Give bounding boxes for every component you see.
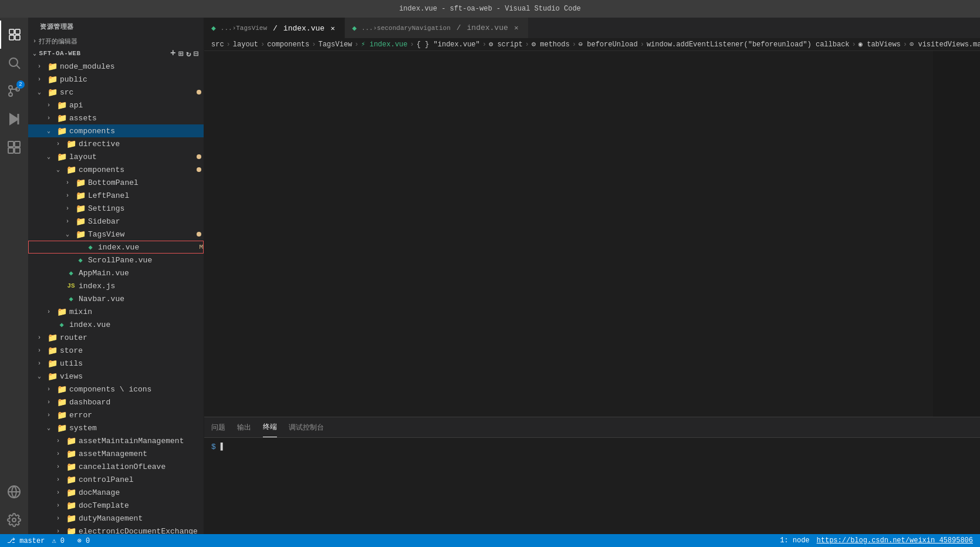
tree-item-node_modules[interactable]: ›📁node_modules (28, 60, 204, 73)
bottom-tab-output[interactable]: 输出 (237, 417, 251, 437)
tab-close-2[interactable]: ✕ (512, 23, 521, 33)
tree-item-error[interactable]: ›📁error (28, 408, 204, 421)
bottom-tab-problems[interactable]: 问题 (211, 417, 225, 437)
tree-item-Sidebar[interactable]: ›📁Sidebar (28, 215, 204, 228)
tree-item-system[interactable]: ⌄📁system (28, 421, 204, 434)
git-branch[interactable]: ⎇ master (7, 536, 45, 545)
tree-item-assets[interactable]: ›📁assets (28, 112, 204, 124)
tree-item-public[interactable]: ›📁public (28, 73, 204, 86)
tree-item-docManage[interactable]: ›📁docManage (28, 486, 204, 499)
tree-item-electronicDocumentExchange[interactable]: ›📁electronicDocumentExchange (28, 525, 204, 534)
bc-visitedviews[interactable]: ⊙ visitedViews.map() callback (910, 40, 980, 49)
project-section-header[interactable]: ⌄ SFT-OA-WEB + ⊞ ↻ ⊟ (28, 47, 204, 60)
tree-item-label: assetManagement (79, 450, 204, 458)
tree-item-label: error (69, 411, 204, 420)
bc-layout[interactable]: layout (233, 40, 258, 49)
tree-item-directive[interactable]: ›📁directive (28, 137, 204, 150)
bc-beforeunload[interactable]: ⊖ beforeUnload (579, 40, 638, 49)
tree-item-label: Sidebar (88, 217, 204, 226)
settings-activity-icon[interactable] (0, 506, 28, 534)
tree-item-mixin[interactable]: ›📁mixin (28, 305, 204, 318)
bc-components[interactable]: components (267, 40, 309, 49)
status-bar: ⎇ master ⚠ 0 ⊗ 0 1: node https://blog.cs… (0, 534, 980, 547)
tree-item-assetManagement[interactable]: ›📁assetManagement (28, 447, 204, 460)
bc-indexvue2[interactable]: { } "index.vue" (417, 40, 480, 49)
tree-item-api[interactable]: ›📁api (28, 99, 204, 112)
tree-item-utils[interactable]: ›📁utils (28, 357, 204, 370)
tree-item-index.js[interactable]: JSindex.js (28, 279, 204, 292)
tree-item-views[interactable]: ⌄📁views (28, 370, 204, 383)
file-icon: 📁 (47, 371, 58, 381)
problems-count[interactable]: ⚠ 0 ⊗ 0 (52, 536, 90, 545)
file-icon: 📁 (47, 332, 58, 343)
tree-item-dutyManagement[interactable]: ›📁dutyManagement (28, 512, 204, 525)
bc-tabviews[interactable]: ◉ tabViews (859, 40, 901, 49)
tree-item-LeftPanel[interactable]: ›📁LeftPanel (28, 189, 204, 202)
tree-item-store[interactable]: ›📁store (28, 344, 204, 357)
tree-item-AppMain.vue[interactable]: ◆AppMain.vue (28, 266, 204, 279)
tree-item-index.vue[interactable]: ◆index.vue (28, 318, 204, 331)
tab-close-1[interactable]: ✕ (328, 23, 337, 33)
activity-bar: 2 (0, 18, 28, 534)
source-control-activity-icon[interactable]: 2 (0, 77, 28, 105)
file-icon: JS (66, 281, 76, 291)
tab-index-tagsview[interactable]: ◆ ...›TagsView / index.vue ✕ (204, 18, 345, 38)
bc-listener[interactable]: window.addEventListener("beforeunload") … (647, 40, 850, 49)
code-editor[interactable] (204, 51, 980, 417)
line-numbers (204, 51, 235, 417)
folder-arrow: › (56, 451, 66, 457)
file-icon: 📁 (75, 177, 86, 188)
open-editors-section[interactable]: › 打开的编辑器 (28, 36, 204, 47)
tree-item-components[interactable]: ⌄📁components (28, 163, 204, 176)
file-icon: 📁 (47, 61, 58, 72)
refresh-icon[interactable]: ↻ (186, 49, 191, 59)
tree-item-index.vue[interactable]: ◆index.vueM (28, 241, 204, 254)
tab-index-secondary[interactable]: ◆ ...›secondaryNavigation / index.vue ✕ (345, 18, 529, 38)
explorer-activity-icon[interactable] (0, 21, 28, 49)
bottom-tab-debug[interactable]: 调试控制台 (289, 417, 324, 437)
tree-item-ScrollPane.vue[interactable]: ◆ScrollPane.vue (28, 254, 204, 266)
tree-item-layout[interactable]: ⌄📁layout (28, 150, 204, 163)
tree-item-controlPanel[interactable]: ›📁controlPanel (28, 473, 204, 486)
tree-item-cancellationOfLeave[interactable]: ›📁cancellationOfLeave (28, 460, 204, 473)
tree-item-components-\-icons[interactable]: ›📁components \ icons (28, 383, 204, 396)
bottom-tab-terminal[interactable]: 终端 (263, 417, 277, 437)
tree-item-assetMaintainManagement[interactable]: ›📁assetMaintainManagement (28, 434, 204, 447)
remote-activity-icon[interactable] (0, 478, 28, 506)
bc-indexvue[interactable]: ⚡ index.vue (361, 40, 407, 49)
tree-item-src[interactable]: ⌄📁src (28, 86, 204, 99)
terminal-indicator[interactable]: 1: node (780, 536, 809, 545)
code-content[interactable] (235, 51, 933, 417)
folder-arrow: › (47, 115, 56, 121)
extensions-activity-icon[interactable] (0, 133, 28, 161)
tree-item-router[interactable]: ›📁router (28, 331, 204, 344)
bc-src[interactable]: src (211, 40, 224, 49)
folder-arrow: › (38, 347, 47, 354)
search-activity-icon[interactable] (0, 49, 28, 77)
tree-item-TagsView[interactable]: ⌄📁TagsView (28, 228, 204, 241)
bottom-content[interactable]: $ ▌ (204, 438, 980, 534)
bc-methods[interactable]: ⚙ methods (532, 40, 570, 49)
editor-area: ◆ ...›TagsView / index.vue ✕ ◆ ...›secon… (204, 18, 980, 534)
csdn-link[interactable]: https://blog.csdn.net/weixin_45895806 (817, 536, 973, 545)
bc-tagsview[interactable]: TagsView (318, 40, 352, 49)
tree-item-dashboard[interactable]: ›📁dashboard (28, 396, 204, 408)
tab-label-2: index.vue (467, 23, 508, 32)
tree-item-docTemplate[interactable]: ›📁docTemplate (28, 499, 204, 512)
tree-item-components[interactable]: ⌄📁components (28, 124, 204, 137)
tree-item-Navbar.vue[interactable]: ◆Navbar.vue (28, 292, 204, 305)
run-activity-icon[interactable] (0, 105, 28, 133)
collapse-icon[interactable]: ⊟ (194, 49, 199, 59)
tree-item-label: router (60, 333, 204, 342)
modified-dot (197, 154, 201, 159)
bc-script[interactable]: ⚙ script (489, 40, 523, 49)
tree-item-label: controlPanel (79, 475, 204, 484)
new-folder-icon[interactable]: ⊞ (178, 49, 184, 59)
tree-item-BottomPanel[interactable]: ›📁BottomPanel (28, 176, 204, 189)
tree-item-label: assetMaintainManagement (79, 437, 204, 445)
folder-arrow: ⌄ (47, 153, 56, 160)
new-file-icon[interactable]: + (170, 48, 176, 59)
tree-item-Settings[interactable]: ›📁Settings (28, 202, 204, 215)
folder-arrow: › (38, 360, 47, 367)
terminal-cursor[interactable]: ▌ (221, 443, 225, 451)
